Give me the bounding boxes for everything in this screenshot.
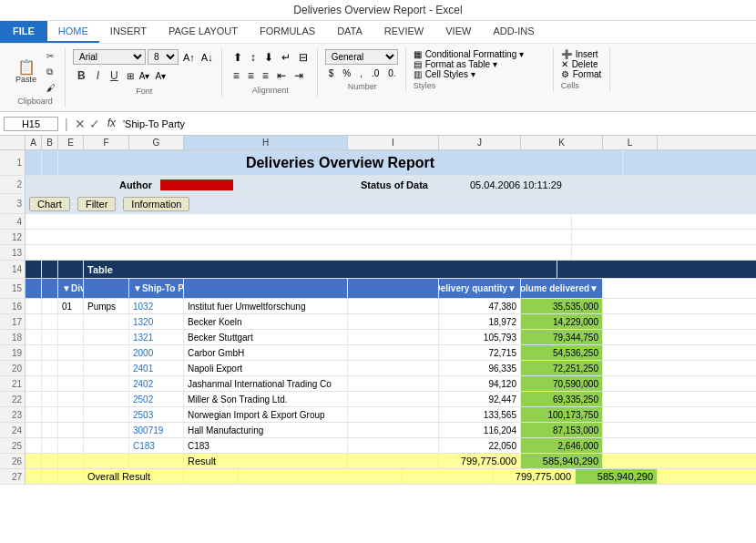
- cell-i19[interactable]: [348, 345, 439, 360]
- currency-button[interactable]: $: [325, 67, 338, 80]
- tab-addins[interactable]: ADD-INS: [482, 21, 545, 43]
- cell-a13[interactable]: [26, 245, 572, 260]
- cell-a18[interactable]: [26, 330, 42, 344]
- cell-i17[interactable]: [348, 314, 439, 329]
- percent-button[interactable]: %: [339, 67, 354, 80]
- cell-name-22[interactable]: Miller & Son Trading Ltd.: [184, 392, 348, 406]
- cell-styles-button[interactable]: ▥ Cell Styles ▾: [414, 69, 547, 79]
- cell-i22[interactable]: [348, 392, 439, 406]
- format-button[interactable]: ⚙ Format: [561, 69, 604, 79]
- cell-g27[interactable]: [184, 469, 239, 484]
- cell-i18[interactable]: [348, 330, 439, 344]
- cell-b19[interactable]: [42, 345, 58, 360]
- tab-formulas[interactable]: FORMULAS: [249, 21, 326, 43]
- tab-file[interactable]: FILE: [0, 21, 47, 43]
- cell-b1[interactable]: [42, 150, 58, 175]
- cell-b21[interactable]: [42, 376, 58, 391]
- cut-button[interactable]: ✂: [43, 49, 59, 63]
- cell-div-17[interactable]: [58, 314, 84, 329]
- merge-button[interactable]: ⊟: [295, 49, 312, 66]
- delete-button[interactable]: ✕ Delete: [561, 59, 604, 69]
- cell-i20[interactable]: [348, 361, 439, 375]
- align-center-button[interactable]: ≡: [244, 67, 258, 84]
- cell-code-21[interactable]: 2402: [129, 376, 184, 391]
- cell-e2[interactable]: [58, 176, 84, 193]
- cell-shipto-header[interactable]: ▼ Ship-To Party: [129, 279, 184, 298]
- cell-b27[interactable]: [42, 469, 58, 484]
- cell-reference-input[interactable]: [4, 117, 58, 131]
- cell-name-24[interactable]: Hall Manufacturing: [184, 423, 348, 437]
- cell-divlabel-17[interactable]: [84, 314, 129, 329]
- paste-button[interactable]: 📋 Paste: [11, 57, 41, 87]
- cell-author-val[interactable]: [157, 176, 248, 193]
- cell-a27[interactable]: [26, 469, 42, 484]
- align-top-button[interactable]: ⬆: [230, 49, 246, 66]
- increase-indent-button[interactable]: ⇥: [291, 67, 307, 84]
- cell-b25[interactable]: [42, 438, 58, 453]
- increase-decimal-button[interactable]: .0: [368, 67, 383, 80]
- italic-button[interactable]: I: [92, 67, 104, 85]
- cell-b22[interactable]: [42, 392, 58, 406]
- cell-vol-header[interactable]: Volume delivered ▼: [521, 279, 603, 298]
- cell-code-16[interactable]: 1032: [129, 299, 184, 313]
- cell-b26[interactable]: [42, 454, 58, 468]
- cell-a1[interactable]: [26, 150, 42, 175]
- cell-div-18[interactable]: [58, 330, 84, 344]
- filter-button[interactable]: Filter: [77, 197, 116, 211]
- decrease-decimal-button[interactable]: 0.: [384, 67, 399, 80]
- cell-a17[interactable]: [26, 314, 42, 329]
- decrease-indent-button[interactable]: ⇤: [273, 67, 290, 84]
- align-middle-button[interactable]: ↕: [247, 49, 260, 66]
- cell-code-20[interactable]: 2401: [129, 361, 184, 375]
- cell-divlabel-18[interactable]: [84, 330, 129, 344]
- comma-button[interactable]: ,: [356, 67, 366, 80]
- grow-font-button[interactable]: A↑: [180, 51, 198, 64]
- shrink-font-button[interactable]: A↓: [199, 51, 216, 64]
- tab-review[interactable]: REVIEW: [373, 21, 434, 43]
- cell-a24[interactable]: [26, 423, 42, 437]
- cell-b23[interactable]: [42, 407, 58, 422]
- cell-name-19[interactable]: Carbor GmbH: [184, 345, 348, 360]
- cell-code-17[interactable]: 1320: [129, 314, 184, 329]
- cell-divlabel-23[interactable]: [84, 407, 129, 422]
- cell-h15[interactable]: [184, 279, 348, 298]
- underline-button[interactable]: U: [106, 67, 123, 85]
- tab-view[interactable]: VIEW: [434, 21, 482, 43]
- formula-input[interactable]: [123, 118, 752, 129]
- function-icon[interactable]: fx: [104, 117, 119, 131]
- cell-b15[interactable]: [42, 279, 58, 298]
- cell-a25[interactable]: [26, 438, 42, 453]
- cell-e27[interactable]: [58, 469, 84, 484]
- cell-i27[interactable]: [403, 469, 494, 484]
- copy-button[interactable]: ⧉: [43, 65, 59, 79]
- cell-i26[interactable]: [348, 454, 439, 468]
- cell-code-25[interactable]: C183: [129, 438, 184, 453]
- confirm-formula-icon[interactable]: ✓: [89, 117, 100, 131]
- cell-f15[interactable]: [84, 279, 129, 298]
- format-table-button[interactable]: ▤ Format as Table ▾: [414, 59, 547, 69]
- font-name-select[interactable]: Arial: [73, 49, 146, 65]
- cell-b18[interactable]: [42, 330, 58, 344]
- format-painter-button[interactable]: 🖌: [43, 81, 59, 95]
- cell-div-20[interactable]: [58, 361, 84, 375]
- cell-div-21[interactable]: [58, 376, 84, 391]
- insert-button[interactable]: ➕ Insert: [561, 49, 604, 59]
- cell-i16[interactable]: [348, 299, 439, 313]
- cell-title[interactable]: Deliveries Overview Report: [58, 150, 623, 175]
- chart-button[interactable]: Chart: [29, 197, 70, 211]
- cell-divlabel-22[interactable]: [84, 392, 129, 406]
- wrap-text-button[interactable]: ↵: [278, 49, 294, 66]
- cell-i24[interactable]: [348, 423, 439, 437]
- align-left-button[interactable]: ≡: [230, 67, 243, 84]
- fill-color-button[interactable]: A▾: [138, 71, 152, 81]
- cell-a23[interactable]: [26, 407, 42, 422]
- tab-data[interactable]: DATA: [326, 21, 373, 43]
- tab-page-layout[interactable]: PAGE LAYOUT: [158, 21, 249, 43]
- cell-b20[interactable]: [42, 361, 58, 375]
- cell-a20[interactable]: [26, 361, 42, 375]
- cell-e26[interactable]: [58, 454, 84, 468]
- cell-code-19[interactable]: 2000: [129, 345, 184, 360]
- cell-div-16[interactable]: 01: [58, 299, 84, 313]
- cell-divlabel-21[interactable]: [84, 376, 129, 391]
- cell-name-18[interactable]: Becker Stuttgart: [184, 330, 348, 344]
